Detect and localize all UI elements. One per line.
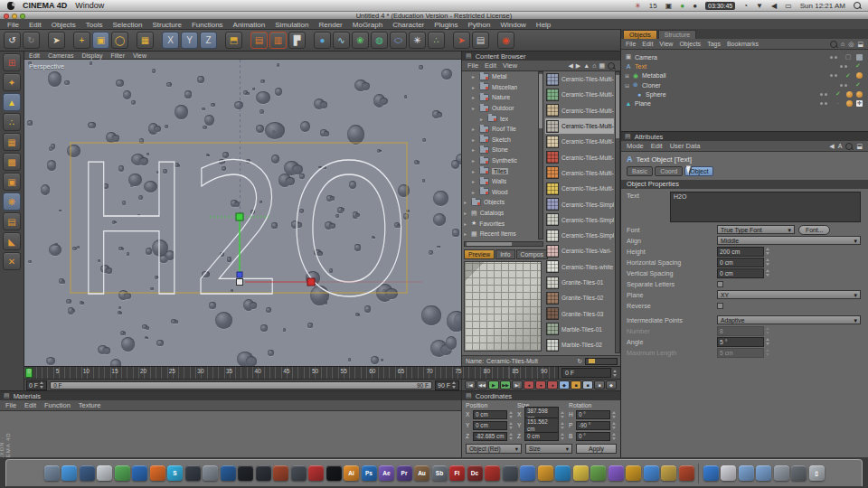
- dock-app-icon[interactable]: [661, 465, 676, 481]
- cb-tree-item-sketch[interactable]: ▸Sketch: [464, 135, 536, 145]
- coord-value-input[interactable]: -90 °: [576, 421, 610, 430]
- texture-tag[interactable]: [846, 91, 853, 98]
- coordinates-title[interactable]: ▤ Coordinates: [462, 391, 620, 400]
- attr-value-input[interactable]: 0 cm: [717, 258, 764, 267]
- record-position-button[interactable]: ●: [524, 380, 534, 389]
- visibility-dot-render[interactable]: [844, 65, 847, 68]
- attr-tab-basic[interactable]: Basic: [627, 166, 653, 176]
- tree-expander[interactable]: ▸: [472, 189, 476, 195]
- materials-menu-texture[interactable]: Texture: [79, 401, 101, 409]
- key-param-button[interactable]: ■: [582, 380, 593, 389]
- menu-file[interactable]: File: [7, 21, 19, 29]
- cb-material-item[interactable]: Ceramic-Tiles-Vari-: [545, 243, 614, 258]
- enable-checkmark[interactable]: ▢: [844, 53, 853, 61]
- tree-expander[interactable]: ▸: [480, 116, 485, 122]
- obj-menu-bookmarks[interactable]: Bookmarks: [727, 41, 759, 47]
- tree-expander[interactable]: ▸: [464, 221, 468, 227]
- apple-menu-icon[interactable]: [7, 2, 14, 10]
- dock-app-icon[interactable]: [626, 465, 641, 481]
- visibility-dot-render[interactable]: [825, 102, 827, 105]
- materials-menu-edit[interactable]: Edit: [24, 401, 36, 409]
- apply-button[interactable]: Apply: [576, 444, 617, 454]
- attr-stepper[interactable]: [766, 269, 770, 277]
- obj-menu-objects[interactable]: Objects: [679, 41, 701, 47]
- vp-menu-filter[interactable]: Filter: [110, 52, 125, 59]
- viewport[interactable]: EditCamerasDisplayFilterView Perspective…: [24, 52, 461, 366]
- dock-app-icon[interactable]: [97, 465, 112, 481]
- visibility-dot-editor[interactable]: [830, 74, 833, 77]
- attr-value-input[interactable]: 5 cm: [717, 348, 764, 358]
- model-mode-icon[interactable]: ✦: [3, 73, 21, 91]
- faces-mode-icon[interactable]: ▣: [3, 173, 21, 191]
- dock-app-icon[interactable]: [703, 465, 719, 481]
- z-axis-handle[interactable]: [237, 272, 242, 277]
- cb-tree-item-nature[interactable]: ▸Nature: [464, 92, 536, 103]
- cb-tree-item-recent-items[interactable]: ▸▦Recent Items: [464, 229, 536, 239]
- cb-tree-hscrollbar[interactable]: [464, 241, 543, 247]
- goto-end-button[interactable]: ▶|: [512, 380, 523, 389]
- visibility-dot-editor[interactable]: [840, 65, 843, 68]
- play-button[interactable]: ▶: [488, 380, 499, 389]
- tree-expander[interactable]: ▸: [472, 146, 476, 153]
- dock-app-icon-au[interactable]: Au: [414, 465, 429, 481]
- cb-material-item[interactable]: Granite-Tiles-02: [545, 290, 614, 305]
- dock-app-icon[interactable]: [256, 465, 271, 481]
- menu-window[interactable]: Window: [500, 21, 525, 29]
- input-menu-icon[interactable]: ✳: [635, 2, 641, 10]
- cb-tree-item-catalogs[interactable]: ▸▤Catalogs: [464, 208, 536, 219]
- cb-tree-item-outdoor[interactable]: ▸Outdoor: [464, 103, 536, 114]
- cb-zoom-slider[interactable]: [585, 358, 618, 365]
- cb-menu-edit[interactable]: Edit: [485, 61, 496, 70]
- dock-app-icon-ai[interactable]: Ai: [344, 465, 359, 481]
- attr-stepper[interactable]: [766, 258, 770, 266]
- lock-icon[interactable]: ⬓: [856, 143, 863, 150]
- visibility-dots[interactable]: [820, 102, 827, 105]
- visibility-dots[interactable]: [830, 74, 837, 77]
- cb-menu-file[interactable]: File: [467, 61, 478, 70]
- dock-app-icon-sb[interactable]: Sb: [432, 465, 448, 481]
- menu-tools[interactable]: Tools: [86, 21, 103, 29]
- axis-mode-icon[interactable]: ➤: [453, 32, 470, 49]
- menu-objects[interactable]: Objects: [52, 21, 76, 29]
- dock-app-icon[interactable]: [573, 465, 589, 481]
- battery-icon[interactable]: ▭: [785, 2, 792, 10]
- coord-stepper[interactable]: [612, 411, 617, 418]
- tree-expander[interactable]: ▸: [472, 73, 476, 80]
- cb-material-item[interactable]: Ceramic-Tiles-Multi-: [545, 165, 614, 181]
- attributes-title[interactable]: ▤ Attributes: [621, 132, 868, 141]
- workplane-icon[interactable]: ◣: [3, 232, 21, 250]
- vp-menu-cameras[interactable]: Cameras: [48, 52, 73, 59]
- dock-app-icon[interactable]: [44, 465, 60, 481]
- vp-menu-view[interactable]: View: [133, 52, 146, 59]
- dock-app-icon[interactable]: [520, 465, 535, 481]
- dock-app-icon[interactable]: [132, 465, 147, 481]
- tree-expander[interactable]: ▸: [472, 178, 476, 184]
- lock-z-icon[interactable]: Z: [200, 32, 217, 49]
- cb-material-item[interactable]: Ceramic-Tiles-Multi-: [545, 103, 614, 118]
- object-item-camera[interactable]: ▣Camera▢: [621, 52, 868, 61]
- cb-material-item[interactable]: Ceramic-Tiles-Simpl: [545, 196, 614, 211]
- visibility-dot-render[interactable]: [844, 84, 847, 87]
- tree-expander[interactable]: ▸: [472, 157, 476, 164]
- dock-app-icon-ps[interactable]: Ps: [362, 465, 377, 481]
- texture-mode-icon[interactable]: ❋: [3, 192, 21, 211]
- key-pla-button[interactable]: ■: [594, 380, 605, 389]
- cb-refresh-icon[interactable]: ↻: [577, 358, 582, 365]
- menu-clock[interactable]: Sun 12:21 AM: [800, 2, 845, 10]
- filter-icon[interactable]: ◎: [848, 41, 854, 48]
- cb-material-item[interactable]: Ceramic-Tiles-Simpl: [545, 212, 614, 228]
- dock-app-icon-ae[interactable]: Ae: [379, 465, 394, 481]
- visibility-dot-editor[interactable]: [840, 84, 843, 87]
- visibility-dot-editor[interactable]: [820, 102, 823, 105]
- tree-expander[interactable]: ▸: [472, 126, 476, 132]
- viewport-camera-label[interactable]: Perspective: [29, 62, 64, 70]
- cb-zoom-handle[interactable]: [589, 359, 595, 363]
- visibility-dot-editor[interactable]: [820, 93, 823, 96]
- object-origin-handle[interactable]: [237, 279, 243, 286]
- visibility-dots[interactable]: [830, 56, 837, 59]
- cb-material-item[interactable]: Ceramic-Tiles-Multi-: [545, 118, 614, 134]
- attr-select[interactable]: Adaptive▾: [717, 315, 861, 324]
- window-titlebar[interactable]: Untitled 4 * (Education Version - Restri…: [0, 12, 868, 20]
- cb-tree-scrollbar[interactable]: [538, 71, 543, 239]
- tree-expander[interactable]: ▸: [464, 210, 468, 216]
